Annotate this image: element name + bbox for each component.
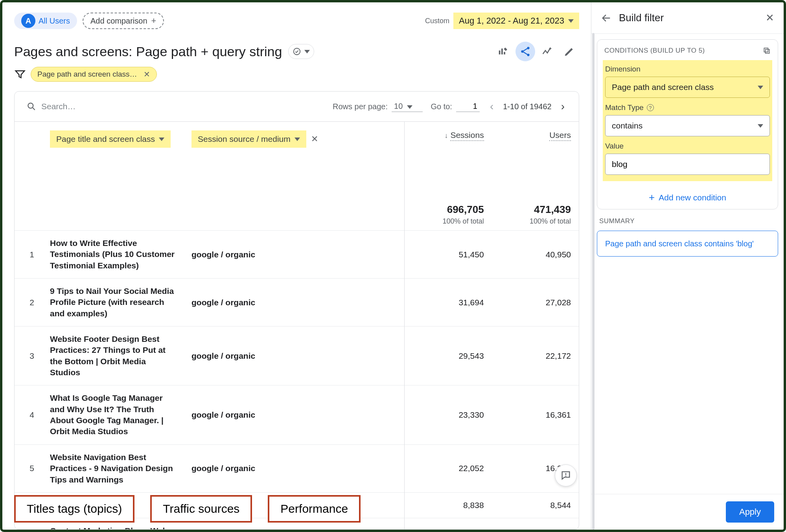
chevron-down-icon bbox=[304, 50, 310, 53]
chevron-down-icon bbox=[758, 124, 763, 128]
add-condition-button[interactable]: + Add new condition bbox=[604, 187, 771, 205]
close-panel-button[interactable]: ✕ bbox=[766, 12, 774, 24]
row-index: 3 bbox=[15, 327, 42, 385]
sparkle-trend-icon bbox=[541, 46, 553, 57]
row-index: 4 bbox=[15, 385, 42, 444]
row-users: 22,172 bbox=[492, 327, 579, 385]
primary-dimension-selector[interactable]: Page title and screen class bbox=[50, 130, 171, 148]
remove-secondary-dimension[interactable]: ✕ bbox=[309, 134, 320, 144]
pencil-icon bbox=[563, 46, 575, 57]
rows-per-page-select[interactable]: 10 bbox=[392, 101, 423, 112]
custom-label: Custom bbox=[425, 17, 449, 25]
insights-button[interactable] bbox=[537, 42, 557, 61]
back-button[interactable] bbox=[601, 13, 612, 24]
close-icon[interactable]: ✕ bbox=[142, 70, 152, 79]
row-source: google / organic bbox=[184, 385, 405, 444]
match-type-select[interactable]: contains bbox=[605, 115, 770, 136]
audience-badge: A bbox=[21, 14, 35, 28]
row-source: google / organic bbox=[184, 327, 405, 385]
condition-highlighted: Dimension Page path and screen class Mat… bbox=[603, 60, 772, 181]
table-row[interactable]: 29 Tips to Nail Your Social Media Profil… bbox=[15, 279, 579, 327]
edit-button[interactable] bbox=[560, 42, 579, 61]
row-source: google / organic bbox=[184, 231, 405, 279]
svg-rect-3 bbox=[504, 52, 505, 54]
secondary-dimension-selector[interactable]: Session source / medium bbox=[191, 130, 306, 148]
value-input[interactable] bbox=[605, 154, 770, 175]
row-title: Thanks! | Orbit Media bbox=[42, 492, 184, 518]
prev-page-button[interactable]: ‹ bbox=[488, 101, 496, 112]
value-label: Value bbox=[605, 142, 770, 150]
all-users-label: All Users bbox=[39, 17, 70, 26]
share-button[interactable] bbox=[515, 42, 535, 61]
sessions-column-header[interactable]: Sessions bbox=[450, 130, 484, 141]
goto-input[interactable] bbox=[456, 101, 480, 112]
match-type-label: Match Type? bbox=[605, 103, 770, 112]
check-circle-icon bbox=[293, 47, 301, 56]
apply-button[interactable]: Apply bbox=[726, 501, 774, 523]
row-index: 2 bbox=[15, 279, 42, 327]
summary-heading: SUMMARY bbox=[599, 217, 778, 225]
rows-per-page-value: 10 bbox=[394, 102, 403, 110]
svg-rect-9 bbox=[565, 476, 566, 477]
secondary-dimension-label: Session source / medium bbox=[198, 134, 291, 144]
svg-rect-1 bbox=[499, 51, 501, 55]
copy-icon[interactable] bbox=[763, 47, 771, 55]
search-input[interactable] bbox=[41, 102, 159, 111]
chevron-down-icon bbox=[159, 138, 164, 141]
add-comparison-label: Add comparison bbox=[90, 17, 147, 26]
chevron-down-icon bbox=[295, 138, 300, 141]
row-users: 8,544 bbox=[492, 492, 579, 518]
help-icon[interactable]: ? bbox=[647, 104, 654, 111]
data-table: Page title and screen class Session sour… bbox=[15, 121, 579, 530]
row-sessions: 29,543 bbox=[405, 327, 492, 385]
add-comparison-button[interactable]: Add comparison + bbox=[83, 13, 164, 29]
feedback-icon bbox=[560, 470, 571, 481]
sessions-total: 696,705 bbox=[447, 204, 484, 215]
feedback-button[interactable] bbox=[555, 464, 577, 486]
table-row[interactable]: 5Website Navigation Best Practices - 9 N… bbox=[15, 444, 579, 492]
chevron-down-icon bbox=[407, 105, 412, 109]
dimension-select[interactable]: Page path and screen class bbox=[605, 77, 770, 98]
active-filter-chip[interactable]: Page path and screen class… ✕ bbox=[31, 67, 157, 82]
conditions-heading: CONDITIONS (BUILD UP TO 5) bbox=[604, 47, 771, 55]
date-range-picker[interactable]: Aug 1, 2022 - Aug 21, 2023 bbox=[453, 13, 579, 29]
table-row[interactable]: 6Thanks! | Orbit Media(direct) / (none)8… bbox=[15, 492, 579, 518]
customize-report-button[interactable] bbox=[493, 42, 513, 61]
match-type-value: contains bbox=[612, 121, 642, 130]
filter-panel: Build filter ✕ CONDITIONS (BUILD UP TO 5… bbox=[591, 2, 784, 530]
row-index: 6 bbox=[15, 492, 42, 518]
sessions-total-sub: 100% of total bbox=[412, 217, 484, 226]
row-index: 7 bbox=[15, 518, 42, 530]
svg-point-0 bbox=[294, 48, 300, 55]
report-check-dropdown[interactable] bbox=[288, 44, 314, 59]
chevron-down-icon bbox=[758, 86, 763, 89]
chevron-down-icon bbox=[568, 19, 574, 23]
users-column-header[interactable]: Users bbox=[549, 130, 571, 141]
users-total: 471,439 bbox=[534, 204, 571, 215]
row-title: Website Navigation Best Practices - 9 Na… bbox=[42, 444, 184, 492]
row-index: 5 bbox=[15, 444, 42, 492]
add-condition-label: Add new condition bbox=[659, 193, 726, 202]
dimension-value: Page path and screen class bbox=[612, 83, 714, 92]
table-row[interactable]: 7Content Marketing Blog - Web Design Blo… bbox=[15, 518, 579, 530]
table-row[interactable]: 1How to Write Effective Testimonials (Pl… bbox=[15, 231, 579, 279]
svg-rect-8 bbox=[565, 473, 566, 475]
page-title: Pages and screens: Page path + query str… bbox=[14, 44, 282, 59]
row-sessions: 8,734 bbox=[405, 518, 492, 530]
row-users: 6,600 bbox=[492, 518, 579, 530]
table-row[interactable]: 3Website Footer Design Best Practices: 2… bbox=[15, 327, 579, 385]
filter-icon bbox=[14, 68, 26, 80]
all-users-pill[interactable]: A All Users bbox=[14, 13, 77, 29]
row-sessions: 23,330 bbox=[405, 385, 492, 444]
conditions-box: CONDITIONS (BUILD UP TO 5) Dimension Pag… bbox=[597, 39, 778, 209]
table-row[interactable]: 4What Is Google Tag Manager and Why Use … bbox=[15, 385, 579, 444]
row-title: How to Write Effective Testimonials (Plu… bbox=[42, 231, 184, 279]
row-sessions: 22,052 bbox=[405, 444, 492, 492]
svg-rect-11 bbox=[764, 48, 768, 52]
filter-chip-text: Page path and screen class… bbox=[37, 70, 137, 79]
plus-icon: + bbox=[151, 16, 156, 26]
row-sessions: 8,838 bbox=[405, 492, 492, 518]
row-title: 9 Tips to Nail Your Social Media Profile… bbox=[42, 279, 184, 327]
next-page-button[interactable]: › bbox=[559, 101, 567, 112]
row-title: Content Marketing Blog - Web Design Blog… bbox=[42, 518, 184, 530]
